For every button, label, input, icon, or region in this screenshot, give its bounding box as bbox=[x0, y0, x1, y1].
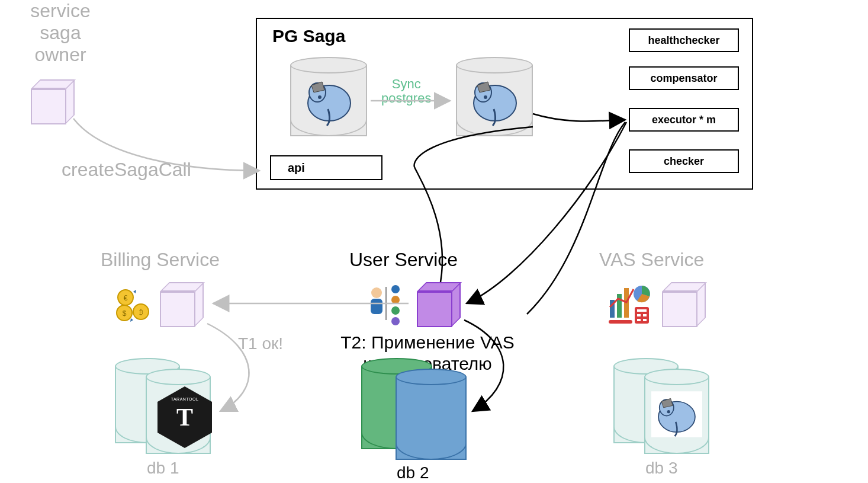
api-box: api bbox=[270, 155, 382, 180]
db2-cyl-front bbox=[396, 377, 467, 460]
svg-rect-13 bbox=[371, 299, 382, 314]
svg-text:€: € bbox=[124, 294, 128, 302]
postgres-elephant-icon bbox=[465, 73, 525, 127]
postgres-elephant-icon bbox=[300, 73, 359, 127]
svg-text:$: $ bbox=[123, 309, 127, 318]
owner-label: service saga owner bbox=[13, 0, 108, 65]
svg-point-17 bbox=[391, 306, 400, 315]
svg-rect-25 bbox=[637, 309, 647, 312]
owner-cube bbox=[31, 81, 75, 124]
svg-text:₿: ₿ bbox=[139, 308, 143, 316]
billing-cube bbox=[160, 283, 204, 327]
create-saga-call-label: createSagaCall bbox=[62, 159, 191, 181]
person-list-icon bbox=[365, 281, 412, 328]
billing-service-title: Billing Service bbox=[101, 249, 220, 271]
svg-point-15 bbox=[391, 285, 400, 293]
checker-box: checker bbox=[629, 149, 739, 173]
svg-point-5 bbox=[484, 95, 487, 99]
sync-postgres-label: Sync postgres bbox=[381, 77, 431, 105]
svg-rect-21 bbox=[617, 294, 622, 318]
t1-label: T1 ок! bbox=[238, 334, 283, 353]
executor-box: executor * m bbox=[629, 108, 739, 132]
svg-rect-26 bbox=[637, 314, 641, 316]
svg-point-34 bbox=[667, 410, 670, 413]
analytics-chart-icon bbox=[606, 281, 656, 326]
pgsaga-title: PG Saga bbox=[272, 26, 345, 46]
svg-point-18 bbox=[391, 317, 400, 325]
db3-label: db 3 bbox=[645, 459, 678, 478]
svg-point-2 bbox=[318, 95, 322, 99]
svg-rect-28 bbox=[637, 319, 641, 321]
compensator-box: compensator bbox=[629, 66, 739, 90]
svg-point-12 bbox=[371, 287, 382, 298]
db2-label: db 2 bbox=[397, 463, 429, 482]
user-cube bbox=[417, 283, 461, 327]
svg-point-16 bbox=[391, 296, 400, 304]
svg-rect-29 bbox=[643, 319, 647, 321]
user-service-title: User Service bbox=[349, 249, 458, 271]
svg-rect-27 bbox=[643, 314, 647, 316]
healthchecker-box: healthchecker bbox=[629, 28, 739, 52]
vas-service-title: VAS Service bbox=[599, 249, 704, 271]
currency-coins-icon: € $ ₿ bbox=[114, 286, 153, 325]
svg-rect-30 bbox=[609, 320, 632, 324]
postgres-elephant-icon bbox=[651, 391, 702, 437]
db1-label: db 1 bbox=[147, 459, 179, 478]
vas-cube bbox=[662, 283, 706, 327]
